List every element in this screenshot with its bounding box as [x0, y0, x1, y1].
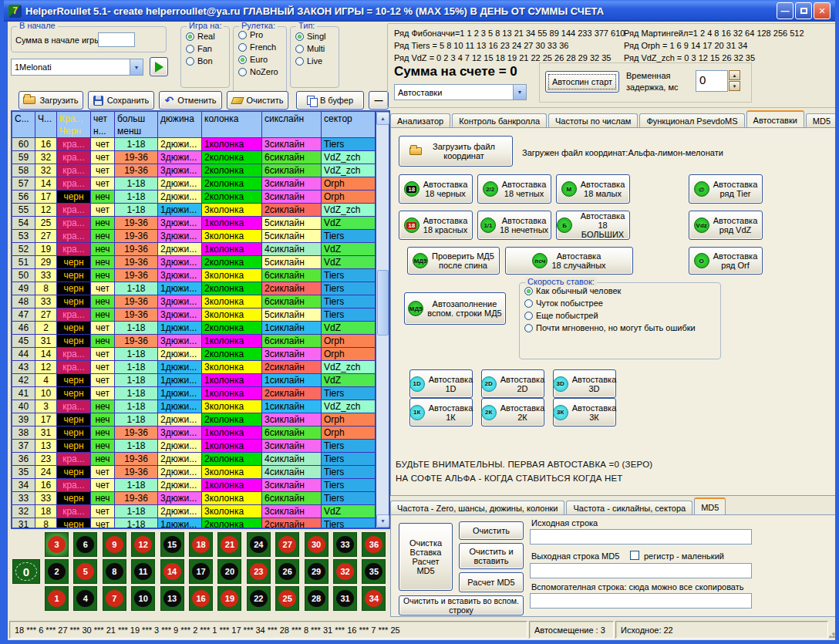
run-profile-button[interactable] — [150, 57, 168, 76]
bet-button[interactable]: МД5Проверить МД5после спина — [407, 247, 500, 275]
board-cell[interactable]: 7 — [103, 586, 126, 611]
bottom-tab[interactable]: MD5 — [694, 497, 726, 514]
column-header[interactable]: Кра... — [57, 112, 91, 125]
bet-button[interactable]: 1DАвтоставка1D — [409, 369, 473, 398]
table-row[interactable]: 3333черннеч19-363дюжи...3колонка6сиклайн… — [12, 492, 376, 505]
table-row[interactable]: 462чернчет1-181дюжи...2колонка1сиклайнVd… — [12, 322, 376, 335]
radio-icon[interactable] — [524, 312, 533, 320]
column-header[interactable]: менш — [115, 125, 158, 138]
bottom-tab[interactable]: Частота - сиклайны, сектора — [566, 501, 692, 515]
radio-option[interactable]: French — [238, 42, 286, 52]
radio-icon[interactable] — [238, 43, 247, 52]
radio-icon[interactable] — [238, 31, 247, 39]
source-string-input[interactable] — [530, 529, 752, 545]
board-cell[interactable]: 13 — [160, 586, 184, 611]
mode-combo[interactable]: Автоставки ▼ — [394, 84, 527, 100]
table-row[interactable]: 4833черннеч19-363дюжи...3колонка6сиклайн… — [12, 295, 376, 309]
radio-icon[interactable] — [186, 45, 194, 53]
main-tab[interactable]: Анализатор — [390, 113, 450, 128]
board-cell[interactable]: 29 — [305, 559, 329, 584]
table-scrollbar[interactable]: ▲ ▼ — [376, 112, 389, 528]
spinner-up-icon[interactable]: ▲ — [729, 70, 740, 80]
board-cell[interactable]: 15 — [160, 532, 184, 557]
scroll-up-icon[interactable]: ▲ — [376, 112, 389, 125]
board-cell[interactable]: 36 — [362, 532, 386, 557]
md5-clear-button[interactable]: Очистить — [459, 521, 524, 540]
board-cell[interactable]: 11 — [131, 559, 155, 584]
column-header[interactable]: Ч... — [35, 112, 57, 125]
load-button[interactable]: Загрузить — [19, 91, 83, 110]
radio-option[interactable]: Bon — [186, 56, 229, 66]
radio-option[interactable]: Чуток побыстрее — [524, 298, 720, 308]
table-row[interactable]: 3713черннеч1-182дюжи...1колонка3сиклайнT… — [12, 440, 376, 453]
clear-button[interactable]: Очистить — [227, 91, 288, 110]
chevron-down-icon[interactable]: ▼ — [513, 85, 526, 99]
board-cell[interactable]: 32 — [333, 559, 357, 584]
radio-option[interactable]: Live — [295, 56, 339, 66]
table-row[interactable]: 3917черннеч1-182дюжи...2колонка3сиклайнO… — [12, 413, 376, 427]
column-header[interactable]: С... — [12, 112, 35, 125]
radio-option[interactable]: Pro — [238, 30, 286, 39]
bet-button[interactable]: 2DАвтоставка2D — [481, 369, 544, 398]
table-row[interactable]: 318чернчет1-181дюжи...2колонка2сиклайнTi… — [12, 518, 376, 528]
column-header[interactable] — [322, 125, 376, 138]
main-tab[interactable]: Автоставки — [746, 110, 804, 127]
board-cell[interactable]: 6 — [73, 532, 97, 557]
radio-icon[interactable] — [186, 32, 194, 41]
radio-icon[interactable] — [186, 57, 194, 66]
md5-clear-paste-button[interactable]: Очистить и вставить — [459, 543, 524, 569]
radio-option[interactable]: Euro — [238, 55, 286, 64]
board-cell[interactable]: 19 — [217, 586, 241, 611]
scrollbar-thumb[interactable] — [377, 270, 389, 335]
save-button[interactable]: Сохранить — [88, 91, 154, 110]
board-cell[interactable]: 9 — [103, 532, 126, 557]
bet-button[interactable]: VdzАвтоставкаряд VdZ — [689, 211, 763, 240]
column-header[interactable]: больш — [115, 112, 158, 125]
undo-button[interactable]: ↶Отменить — [159, 91, 222, 110]
table-row[interactable]: 5832кра...чет19-363дюжи...2колонка6сикла… — [12, 164, 376, 177]
board-cell[interactable]: 35 — [362, 559, 386, 584]
board-cell[interactable]: 26 — [275, 559, 299, 584]
column-header[interactable]: сектор — [322, 112, 376, 125]
board-cell[interactable]: 8 — [103, 559, 126, 584]
radio-option[interactable]: NoZero — [238, 67, 286, 76]
bet-button[interactable]: 1КАвтоставка1К — [409, 398, 473, 427]
load-coords-button[interactable]: Загрузить файл координат — [399, 136, 513, 167]
resize-grip[interactable] — [828, 629, 837, 638]
table-row[interactable]: 5219кра...неч19-362дюжи...1колонка4сикла… — [12, 243, 376, 256]
column-header[interactable] — [35, 125, 57, 138]
bet-button[interactable]: 18Автоставка18 красных — [399, 211, 473, 240]
table-row[interactable]: 4110чернчет1-181дюжи...1колонка2сиклайнT… — [12, 387, 376, 400]
board-cell[interactable]: 16 — [189, 586, 213, 611]
board-cell[interactable]: 14 — [160, 559, 184, 584]
table-row[interactable]: 3623кра...неч19-362дюжи...2колонка4сикла… — [12, 453, 376, 466]
radio-icon[interactable] — [238, 68, 247, 76]
to-buffer-button[interactable]: В буфер — [296, 91, 364, 110]
board-cell[interactable]: 34 — [362, 586, 386, 611]
column-header[interactable] — [202, 125, 262, 138]
table-row[interactable]: 3416кра...чет1-182дюжи...1колонка3сиклай… — [12, 479, 376, 492]
output-string-input[interactable] — [530, 563, 752, 578]
board-cell[interactable]: 18 — [189, 532, 213, 557]
board-cell[interactable]: 10 — [131, 586, 155, 611]
clear-paste-calc-button[interactable]: Очистка Вставка Расчет MD5 — [399, 523, 453, 591]
table-row[interactable]: 5129черннеч19-363дюжи...2колонка5сиклайн… — [12, 256, 376, 269]
table-row[interactable]: 403кра...неч1-181дюжи...3колонка1сиклайн… — [12, 400, 376, 413]
column-header[interactable] — [262, 125, 322, 138]
bet-button[interactable]: БАвтоставка18 БОЛЬШИХ — [556, 211, 630, 240]
column-header[interactable]: чет — [91, 112, 115, 125]
radio-icon[interactable] — [524, 287, 533, 295]
board-cell[interactable]: 23 — [247, 559, 271, 584]
bet-button[interactable]: 1/1Автоставка18 нечетных — [477, 211, 551, 240]
table-row[interactable]: 5425кра...неч19-363дюжи...1колонка5сикла… — [12, 217, 376, 230]
board-cell[interactable]: 24 — [247, 532, 271, 557]
board-cell[interactable]: 30 — [305, 532, 329, 557]
aux-string-input[interactable] — [530, 593, 752, 609]
board-cell[interactable]: 20 — [217, 559, 241, 584]
board-cell[interactable]: 28 — [305, 586, 329, 611]
bottom-tab[interactable]: Частота - Zero, шансы, дюжины, колонки — [390, 501, 564, 515]
column-header[interactable]: н... — [91, 125, 115, 138]
table-row[interactable]: 498чернчет1-181дюжи...2колонка2сиклайнTi… — [12, 282, 376, 295]
radio-option[interactable]: Real — [186, 32, 229, 41]
board-cell[interactable]: 4 — [73, 586, 97, 611]
